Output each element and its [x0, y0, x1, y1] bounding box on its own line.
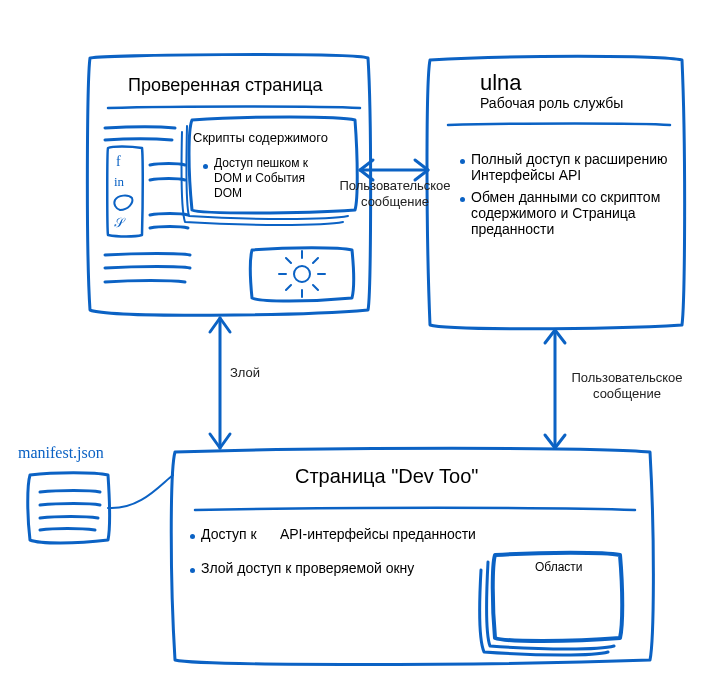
- content-scripts-bullet: Доступ пешком к DOM и События DOM: [203, 150, 323, 207]
- service-worker-bullets: Полный доступ к расширению Интерфейсы AP…: [460, 145, 685, 243]
- manifest-json-label: manifest.json: [18, 444, 104, 462]
- edge-b1-b3-label: Злой: [230, 365, 260, 381]
- dt-bullet-1b: API-интерфейсы преданности: [280, 526, 476, 542]
- inspected-page-title: Проверенная страница: [128, 75, 323, 96]
- panels-label: Области: [535, 560, 583, 574]
- sw-bullet-1: Полный доступ к расширению Интерфейсы AP…: [471, 151, 685, 183]
- svg-text:𝒮: 𝒮: [114, 215, 126, 230]
- sw-bullet-2: Обмен данными со скриптом содержимого и …: [471, 189, 685, 237]
- devtools-bullets: Доступ к API-интерфейсы преданности Злой…: [190, 520, 570, 582]
- dt-bullet-1a: Доступ к: [201, 526, 257, 542]
- content-scripts-bullet-text: Доступ пешком к DOM и События DOM: [214, 156, 323, 201]
- service-worker-title: ulna: [480, 70, 522, 96]
- edge-b1-b2-label: Пользовательскоесообщение: [335, 178, 455, 211]
- svg-text:in: in: [114, 174, 125, 189]
- edge-b2-b3-label: Пользовательскоесообщение: [562, 370, 692, 403]
- dt-bullet-2: Злой доступ к проверяемой окну: [201, 560, 414, 576]
- service-worker-subtitle: Рабочая роль службы: [480, 95, 623, 111]
- devtools-page-title: Страница "Dev Too": [295, 465, 478, 488]
- svg-point-3: [294, 266, 310, 282]
- svg-text:f: f: [116, 154, 121, 169]
- content-scripts-title: Скрипты содержимого: [193, 130, 328, 145]
